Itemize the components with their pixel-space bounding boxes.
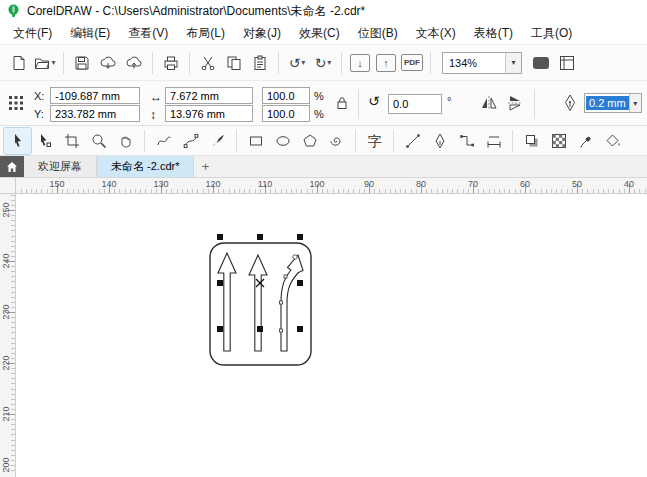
pen-tool[interactable] xyxy=(426,128,453,154)
y-position-label: Y: xyxy=(34,108,44,120)
tab-welcome-screen[interactable]: 欢迎屏幕 xyxy=(24,156,97,177)
text-tool[interactable]: 字 xyxy=(361,128,388,154)
freehand-tool[interactable] xyxy=(150,128,177,154)
h-ruler-label: 120 xyxy=(201,179,225,189)
copy-icon xyxy=(226,55,242,71)
object-width-value: 7.672 mm xyxy=(170,90,219,102)
cut-button[interactable] xyxy=(195,50,221,76)
v-ruler-label: 200 xyxy=(0,451,12,477)
menu-item-table[interactable]: 表格(T) xyxy=(465,22,522,45)
open-from-cloud-button[interactable] xyxy=(95,50,121,76)
connector-tool[interactable] xyxy=(453,128,480,154)
property-bar: X: -109.687 mm Y: 233.782 mm ↔ 7.672 mm … xyxy=(0,80,647,126)
zoom-tool[interactable] xyxy=(85,128,112,154)
outline-pen-nib-icon xyxy=(562,94,578,112)
menu-item-edit[interactable]: 编辑(E) xyxy=(61,22,119,45)
outline-width-combobox[interactable]: 0.2 mm ▾ xyxy=(584,93,642,113)
outline-width-dropdown-icon[interactable]: ▾ xyxy=(629,94,641,112)
object-height-value: 13.976 mm xyxy=(170,108,225,120)
menu-item-tools[interactable]: 工具(O) xyxy=(522,22,581,45)
menu-item-bitmaps[interactable]: 位图(B) xyxy=(349,22,407,45)
ruler-origin-corner[interactable] xyxy=(0,178,16,194)
open-document-button[interactable]: ▾ xyxy=(32,50,58,76)
paste-button[interactable] xyxy=(247,50,273,76)
redo-button[interactable]: ↻ ▾ xyxy=(310,50,336,76)
h-ruler-label: 40 xyxy=(617,179,641,189)
freehand-tool-icon xyxy=(156,133,172,149)
toolbox-separator xyxy=(355,130,356,152)
export-icon: ↑ xyxy=(376,54,396,72)
polygon-tool[interactable] xyxy=(296,128,323,154)
show-rulers-button[interactable] xyxy=(554,50,580,76)
transparency-tool[interactable] xyxy=(545,128,572,154)
canvas-drawing[interactable] xyxy=(205,233,317,369)
ellipse-tool[interactable] xyxy=(269,128,296,154)
new-tab-button[interactable]: + xyxy=(194,156,216,177)
ellipse-tool-icon xyxy=(275,133,291,149)
pick-tool[interactable] xyxy=(4,128,31,154)
object-height-field[interactable]: 13.976 mm xyxy=(165,105,253,122)
h-ruler-label: 50 xyxy=(565,179,589,189)
rotation-angle-field[interactable]: 0.0 xyxy=(388,94,442,114)
rectangle-tool[interactable] xyxy=(242,128,269,154)
pan-tool[interactable] xyxy=(112,128,139,154)
menu-item-object[interactable]: 对象(J) xyxy=(234,22,290,45)
crop-tool[interactable] xyxy=(58,128,85,154)
menu-item-file[interactable]: 文件(F) xyxy=(4,22,61,45)
mirror-horizontal-icon[interactable] xyxy=(480,94,498,112)
horizontal-ruler[interactable]: 150140130120110100908070605040 xyxy=(16,178,647,194)
h-ruler-label: 110 xyxy=(253,179,277,189)
bezier-tool[interactable] xyxy=(177,128,204,154)
object-origin-grid-icon[interactable] xyxy=(8,95,24,111)
undo-dropdown-icon[interactable]: ▾ xyxy=(301,58,305,67)
artistic-media-tool[interactable] xyxy=(204,128,231,154)
spiral-tool[interactable] xyxy=(323,128,350,154)
menu-item-view[interactable]: 查看(V) xyxy=(119,22,177,45)
object-width-field[interactable]: 7.672 mm xyxy=(165,87,253,104)
toolbar-separator xyxy=(341,52,342,74)
menu-item-text[interactable]: 文本(X) xyxy=(407,22,465,45)
menu-item-layout[interactable]: 布局(L) xyxy=(177,22,234,45)
new-document-button[interactable] xyxy=(6,50,32,76)
import-button[interactable]: ↓ xyxy=(347,50,373,76)
paste-icon xyxy=(252,55,268,71)
interactive-fill-tool[interactable] xyxy=(599,128,626,154)
toolbox-separator xyxy=(144,130,145,152)
x-position-field[interactable]: -109.687 mm xyxy=(50,87,140,104)
menu-item-effects[interactable]: 效果(C) xyxy=(290,22,349,45)
h-ruler-label: 70 xyxy=(461,179,485,189)
zoom-level-combobox[interactable]: 134% ▾ xyxy=(442,52,522,74)
scale-y-field[interactable]: 100.0 xyxy=(262,105,310,122)
drop-shadow-tool[interactable] xyxy=(518,128,545,154)
publish-to-pdf-button[interactable]: PDF xyxy=(399,50,425,76)
pen-tool-icon xyxy=(432,133,448,149)
rotation-icon: ↺ xyxy=(368,93,380,109)
y-position-field[interactable]: 233.782 mm xyxy=(50,105,140,122)
open-dropdown-icon[interactable]: ▾ xyxy=(51,58,55,67)
v-ruler-label: 240 xyxy=(0,247,12,275)
connector-tool-icon xyxy=(459,133,475,149)
tab-document[interactable]: 未命名 -2.cdr* xyxy=(97,156,194,177)
two-point-line-tool[interactable] xyxy=(399,128,426,154)
eyedropper-tool[interactable] xyxy=(572,128,599,154)
pick-tool-icon xyxy=(10,133,26,149)
welcome-home-button[interactable] xyxy=(0,156,24,177)
drawing-canvas[interactable] xyxy=(16,194,647,477)
shape-tool[interactable] xyxy=(31,128,58,154)
mirror-vertical-icon[interactable] xyxy=(506,94,524,112)
h-ruler-label: 150 xyxy=(45,179,69,189)
dimension-tool[interactable] xyxy=(480,128,507,154)
save-to-cloud-button[interactable] xyxy=(121,50,147,76)
vertical-ruler[interactable]: 250240230220210200 xyxy=(0,194,16,477)
scale-x-value: 100.0 xyxy=(267,90,295,102)
redo-dropdown-icon[interactable]: ▾ xyxy=(327,58,331,67)
save-button[interactable] xyxy=(69,50,95,76)
copy-button[interactable] xyxy=(221,50,247,76)
lock-ratio-icon[interactable] xyxy=(334,95,350,111)
undo-button[interactable]: ↺ ▾ xyxy=(284,50,310,76)
export-button[interactable]: ↑ xyxy=(373,50,399,76)
print-button[interactable] xyxy=(158,50,184,76)
zoom-dropdown-icon[interactable]: ▾ xyxy=(505,53,521,73)
scale-x-field[interactable]: 100.0 xyxy=(262,87,310,104)
full-screen-preview-button[interactable] xyxy=(528,50,554,76)
